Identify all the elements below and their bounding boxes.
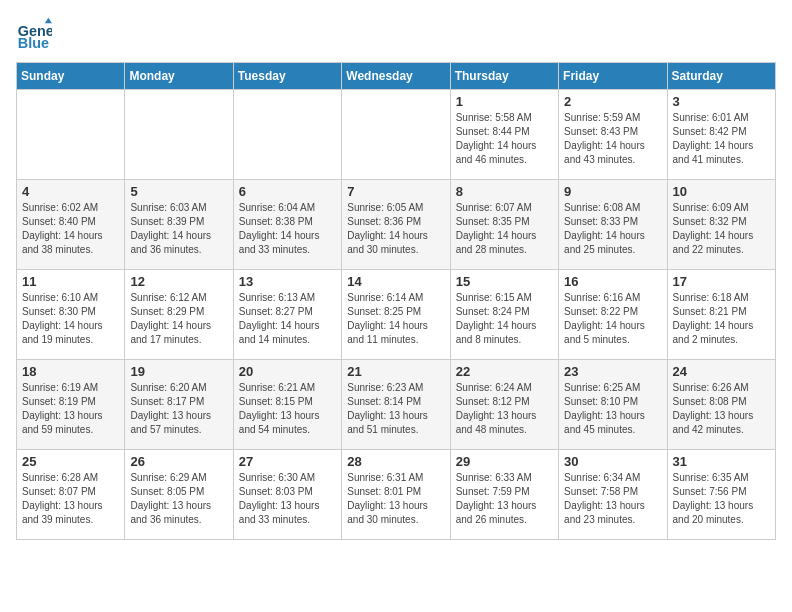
day-number: 7 (347, 184, 444, 199)
calendar-cell: 14Sunrise: 6:14 AM Sunset: 8:25 PM Dayli… (342, 270, 450, 360)
day-number: 1 (456, 94, 553, 109)
day-info: Sunrise: 6:05 AM Sunset: 8:36 PM Dayligh… (347, 201, 444, 257)
day-number: 22 (456, 364, 553, 379)
day-number: 12 (130, 274, 227, 289)
day-info: Sunrise: 6:07 AM Sunset: 8:35 PM Dayligh… (456, 201, 553, 257)
day-info: Sunrise: 5:58 AM Sunset: 8:44 PM Dayligh… (456, 111, 553, 167)
day-info: Sunrise: 6:24 AM Sunset: 8:12 PM Dayligh… (456, 381, 553, 437)
day-info: Sunrise: 6:26 AM Sunset: 8:08 PM Dayligh… (673, 381, 770, 437)
calendar-cell: 6Sunrise: 6:04 AM Sunset: 8:38 PM Daylig… (233, 180, 341, 270)
day-number: 30 (564, 454, 661, 469)
day-info: Sunrise: 6:28 AM Sunset: 8:07 PM Dayligh… (22, 471, 119, 527)
calendar-cell: 15Sunrise: 6:15 AM Sunset: 8:24 PM Dayli… (450, 270, 558, 360)
calendar-cell: 11Sunrise: 6:10 AM Sunset: 8:30 PM Dayli… (17, 270, 125, 360)
day-number: 19 (130, 364, 227, 379)
calendar-cell: 16Sunrise: 6:16 AM Sunset: 8:22 PM Dayli… (559, 270, 667, 360)
day-info: Sunrise: 6:15 AM Sunset: 8:24 PM Dayligh… (456, 291, 553, 347)
day-info: Sunrise: 6:10 AM Sunset: 8:30 PM Dayligh… (22, 291, 119, 347)
calendar-cell: 24Sunrise: 6:26 AM Sunset: 8:08 PM Dayli… (667, 360, 775, 450)
col-header-saturday: Saturday (667, 63, 775, 90)
calendar-cell: 3Sunrise: 6:01 AM Sunset: 8:42 PM Daylig… (667, 90, 775, 180)
day-number: 8 (456, 184, 553, 199)
day-number: 15 (456, 274, 553, 289)
calendar-cell (342, 90, 450, 180)
day-info: Sunrise: 6:16 AM Sunset: 8:22 PM Dayligh… (564, 291, 661, 347)
day-number: 5 (130, 184, 227, 199)
calendar-cell (17, 90, 125, 180)
calendar-cell (233, 90, 341, 180)
day-number: 17 (673, 274, 770, 289)
col-header-wednesday: Wednesday (342, 63, 450, 90)
calendar-cell: 27Sunrise: 6:30 AM Sunset: 8:03 PM Dayli… (233, 450, 341, 540)
day-number: 18 (22, 364, 119, 379)
day-number: 4 (22, 184, 119, 199)
calendar-cell: 26Sunrise: 6:29 AM Sunset: 8:05 PM Dayli… (125, 450, 233, 540)
day-info: Sunrise: 6:33 AM Sunset: 7:59 PM Dayligh… (456, 471, 553, 527)
day-number: 20 (239, 364, 336, 379)
day-info: Sunrise: 6:35 AM Sunset: 7:56 PM Dayligh… (673, 471, 770, 527)
col-header-monday: Monday (125, 63, 233, 90)
calendar-cell: 2Sunrise: 5:59 AM Sunset: 8:43 PM Daylig… (559, 90, 667, 180)
day-info: Sunrise: 6:25 AM Sunset: 8:10 PM Dayligh… (564, 381, 661, 437)
day-info: Sunrise: 6:02 AM Sunset: 8:40 PM Dayligh… (22, 201, 119, 257)
week-row-5: 25Sunrise: 6:28 AM Sunset: 8:07 PM Dayli… (17, 450, 776, 540)
day-number: 11 (22, 274, 119, 289)
day-number: 23 (564, 364, 661, 379)
day-info: Sunrise: 6:31 AM Sunset: 8:01 PM Dayligh… (347, 471, 444, 527)
calendar-cell: 10Sunrise: 6:09 AM Sunset: 8:32 PM Dayli… (667, 180, 775, 270)
day-info: Sunrise: 6:21 AM Sunset: 8:15 PM Dayligh… (239, 381, 336, 437)
svg-marker-2 (45, 18, 52, 23)
day-number: 14 (347, 274, 444, 289)
col-header-tuesday: Tuesday (233, 63, 341, 90)
calendar-cell: 4Sunrise: 6:02 AM Sunset: 8:40 PM Daylig… (17, 180, 125, 270)
day-info: Sunrise: 6:23 AM Sunset: 8:14 PM Dayligh… (347, 381, 444, 437)
calendar-cell: 9Sunrise: 6:08 AM Sunset: 8:33 PM Daylig… (559, 180, 667, 270)
calendar-cell (125, 90, 233, 180)
calendar-cell: 12Sunrise: 6:12 AM Sunset: 8:29 PM Dayli… (125, 270, 233, 360)
day-info: Sunrise: 6:20 AM Sunset: 8:17 PM Dayligh… (130, 381, 227, 437)
calendar-cell: 18Sunrise: 6:19 AM Sunset: 8:19 PM Dayli… (17, 360, 125, 450)
day-number: 9 (564, 184, 661, 199)
day-info: Sunrise: 6:13 AM Sunset: 8:27 PM Dayligh… (239, 291, 336, 347)
day-info: Sunrise: 6:29 AM Sunset: 8:05 PM Dayligh… (130, 471, 227, 527)
week-row-1: 1Sunrise: 5:58 AM Sunset: 8:44 PM Daylig… (17, 90, 776, 180)
calendar-cell: 29Sunrise: 6:33 AM Sunset: 7:59 PM Dayli… (450, 450, 558, 540)
day-info: Sunrise: 6:08 AM Sunset: 8:33 PM Dayligh… (564, 201, 661, 257)
calendar-cell: 13Sunrise: 6:13 AM Sunset: 8:27 PM Dayli… (233, 270, 341, 360)
logo: General Blue (16, 16, 56, 52)
week-row-3: 11Sunrise: 6:10 AM Sunset: 8:30 PM Dayli… (17, 270, 776, 360)
calendar-cell: 19Sunrise: 6:20 AM Sunset: 8:17 PM Dayli… (125, 360, 233, 450)
day-info: Sunrise: 6:04 AM Sunset: 8:38 PM Dayligh… (239, 201, 336, 257)
day-number: 16 (564, 274, 661, 289)
day-number: 13 (239, 274, 336, 289)
day-number: 2 (564, 94, 661, 109)
day-info: Sunrise: 6:03 AM Sunset: 8:39 PM Dayligh… (130, 201, 227, 257)
day-number: 10 (673, 184, 770, 199)
day-number: 31 (673, 454, 770, 469)
svg-text:Blue: Blue (18, 35, 49, 51)
day-info: Sunrise: 6:34 AM Sunset: 7:58 PM Dayligh… (564, 471, 661, 527)
day-info: Sunrise: 6:12 AM Sunset: 8:29 PM Dayligh… (130, 291, 227, 347)
calendar-table: SundayMondayTuesdayWednesdayThursdayFrid… (16, 62, 776, 540)
calendar-cell: 31Sunrise: 6:35 AM Sunset: 7:56 PM Dayli… (667, 450, 775, 540)
week-row-2: 4Sunrise: 6:02 AM Sunset: 8:40 PM Daylig… (17, 180, 776, 270)
day-number: 29 (456, 454, 553, 469)
calendar-cell: 5Sunrise: 6:03 AM Sunset: 8:39 PM Daylig… (125, 180, 233, 270)
calendar-cell: 1Sunrise: 5:58 AM Sunset: 8:44 PM Daylig… (450, 90, 558, 180)
day-number: 3 (673, 94, 770, 109)
logo-icon: General Blue (16, 16, 52, 52)
week-row-4: 18Sunrise: 6:19 AM Sunset: 8:19 PM Dayli… (17, 360, 776, 450)
calendar-cell: 22Sunrise: 6:24 AM Sunset: 8:12 PM Dayli… (450, 360, 558, 450)
day-number: 24 (673, 364, 770, 379)
day-info: Sunrise: 5:59 AM Sunset: 8:43 PM Dayligh… (564, 111, 661, 167)
calendar-cell: 7Sunrise: 6:05 AM Sunset: 8:36 PM Daylig… (342, 180, 450, 270)
day-info: Sunrise: 6:01 AM Sunset: 8:42 PM Dayligh… (673, 111, 770, 167)
calendar-cell: 28Sunrise: 6:31 AM Sunset: 8:01 PM Dayli… (342, 450, 450, 540)
calendar-cell: 8Sunrise: 6:07 AM Sunset: 8:35 PM Daylig… (450, 180, 558, 270)
calendar-cell: 20Sunrise: 6:21 AM Sunset: 8:15 PM Dayli… (233, 360, 341, 450)
day-number: 27 (239, 454, 336, 469)
day-info: Sunrise: 6:14 AM Sunset: 8:25 PM Dayligh… (347, 291, 444, 347)
calendar-cell: 25Sunrise: 6:28 AM Sunset: 8:07 PM Dayli… (17, 450, 125, 540)
calendar-cell: 21Sunrise: 6:23 AM Sunset: 8:14 PM Dayli… (342, 360, 450, 450)
page-header: General Blue (16, 16, 776, 52)
